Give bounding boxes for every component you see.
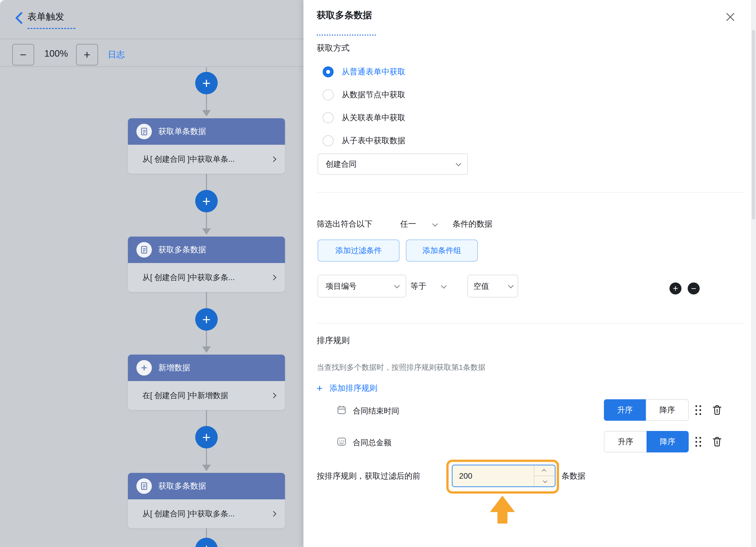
stepper-down-button[interactable] [534, 476, 555, 486]
chevron-right-icon [271, 156, 277, 162]
flow-node-insert-data[interactable]: 新增数据 在[ 创建合同 ]中新增数据 [128, 355, 285, 410]
radio-option-normal-form[interactable]: 从普通表单中获取 [323, 66, 405, 78]
node-config-text: 从[ 创建合同 ]中获取单条... [142, 154, 235, 164]
document-icon [136, 124, 152, 139]
radio-label: 从普通表单中获取 [342, 66, 405, 77]
stepper-up-button[interactable] [534, 465, 555, 476]
flow-connector [206, 292, 207, 308]
drag-handle-icon[interactable] [695, 437, 701, 446]
sort-direction-toggle: 升序 降序 [604, 431, 689, 452]
document-icon [136, 242, 152, 257]
filter-sentence-prefix: 筛选出符合以下 [317, 218, 373, 229]
flow-canvas: 表单触发 − 100% + 日志 + 获取单条数据 从[ 创建合同 ]中获取单条… [0, 0, 303, 547]
flow-title-underline [27, 28, 75, 29]
document-icon [136, 478, 152, 494]
limit-input[interactable] [453, 465, 534, 486]
filter-match-mode-select[interactable]: 任一 [400, 218, 416, 229]
plus-icon: + [317, 383, 322, 393]
add-node-button[interactable]: + [195, 72, 218, 94]
filter-sentence-suffix: 条件的数据 [453, 218, 492, 229]
add-node-button[interactable]: + [195, 190, 218, 212]
chevron-right-icon [271, 511, 277, 517]
svg-text:123: 123 [339, 440, 344, 443]
add-sort-rule-link[interactable]: + 添加排序规则 [317, 383, 377, 394]
node-config-text: 从[ 创建合同 ]中获取多条... [142, 272, 235, 283]
close-button[interactable] [724, 10, 737, 23]
flow-connector [206, 212, 207, 228]
limit-sentence-prefix: 按排序规则，获取过滤后的前 [317, 471, 420, 482]
add-node-button[interactable]: + [195, 538, 218, 547]
delete-sort-rule-button[interactable] [711, 404, 723, 416]
node-header: 获取单条数据 [128, 118, 285, 145]
sort-field-label: 合同结束时间 [353, 406, 399, 416]
ascending-button[interactable]: 升序 [604, 431, 647, 452]
limit-sentence-suffix: 条数据 [562, 471, 585, 482]
section-divider [317, 192, 744, 193]
drawer-title: 获取多条数据 [317, 9, 372, 21]
node-title: 获取多条数据 [158, 481, 206, 492]
plus-icon [136, 360, 152, 376]
node-config-row[interactable]: 在[ 创建合同 ]中新增数据 [128, 381, 285, 410]
node-title: 新增数据 [158, 362, 190, 373]
node-header: 获取多条数据 [128, 473, 285, 499]
back-button[interactable] [14, 11, 24, 25]
sort-field-label: 合同总金额 [353, 438, 391, 448]
flow-connector [206, 174, 207, 190]
radio-option-subtable[interactable]: 从子表中获取数据 [323, 135, 405, 147]
add-condition-group-button[interactable]: 添加条件组 [406, 239, 478, 261]
zoom-level: 100% [40, 48, 72, 59]
add-node-button[interactable]: + [195, 426, 218, 448]
node-config-text: 从[ 创建合同 ]中获取多条... [142, 509, 235, 519]
node-header: 新增数据 [128, 355, 285, 381]
radio-label: 从数据节点中获取 [342, 89, 405, 100]
filter-operator-select[interactable]: 等于 [410, 281, 426, 292]
zoom-out-button[interactable]: − [12, 44, 34, 65]
chevron-down-icon [456, 160, 462, 166]
node-title: 获取多条数据 [158, 244, 206, 255]
close-icon [724, 10, 737, 23]
radio-option-linked-form[interactable]: 从关联表单中获取 [323, 112, 405, 124]
zoom-in-button[interactable]: + [76, 44, 98, 65]
node-header: 获取多条数据 [128, 236, 285, 263]
filter-value-select[interactable]: 空值 [468, 275, 518, 298]
node-title: 获取单条数据 [158, 126, 206, 137]
add-node-button[interactable]: + [195, 308, 218, 331]
descending-button[interactable]: 降序 [647, 431, 689, 452]
radio-icon [323, 135, 334, 146]
radio-option-data-node[interactable]: 从数据节点中获取 [323, 89, 405, 101]
flow-node-get-single[interactable]: 获取单条数据 从[ 创建合同 ]中获取单条... [128, 118, 285, 174]
flow-title: 表单触发 [27, 10, 64, 23]
chevron-down-icon[interactable] [432, 221, 438, 227]
chevron-right-icon [271, 393, 277, 399]
flow-connector [206, 67, 207, 72]
drag-handle-icon[interactable] [695, 405, 701, 415]
annotation-arrow-icon [490, 496, 515, 512]
form-select[interactable]: 创建合同 [318, 153, 468, 175]
scrollbar-thumb[interactable] [752, 30, 755, 219]
radio-icon [323, 66, 334, 77]
number-field-icon: 123 [336, 436, 347, 447]
flow-arrowhead [202, 110, 211, 116]
log-link[interactable]: 日志 [108, 49, 125, 60]
config-drawer: 获取多条数据 获取方式 从普通表单中获取 从数据节点中获取 从关联表单中获取 从… [303, 0, 756, 547]
limit-stepper [452, 465, 556, 487]
ascending-button[interactable]: 升序 [604, 399, 646, 421]
delete-sort-rule-button[interactable] [711, 436, 723, 447]
remove-condition-icon[interactable]: − [688, 283, 700, 295]
fetch-method-heading: 获取方式 [317, 42, 350, 54]
scrollbar-track [751, 0, 756, 547]
add-condition-icon[interactable]: + [669, 283, 681, 295]
flow-node-get-multi-1[interactable]: 获取多条数据 从[ 创建合同 ]中获取多条... [128, 236, 285, 292]
node-config-row[interactable]: 从[ 创建合同 ]中获取单条... [128, 145, 285, 174]
stepper-controls [534, 465, 555, 486]
descending-button[interactable]: 降序 [646, 399, 689, 421]
node-config-row[interactable]: 从[ 创建合同 ]中获取多条... [128, 499, 285, 528]
flow-node-get-multi-2[interactable]: 获取多条数据 从[ 创建合同 ]中获取多条... [128, 473, 285, 528]
flow-connector [206, 94, 207, 110]
chevron-down-icon[interactable] [441, 283, 447, 289]
node-config-row[interactable]: 从[ 创建合同 ]中获取多条... [128, 263, 285, 292]
flow-connector [206, 528, 207, 538]
add-filter-condition-button[interactable]: 添加过滤条件 [318, 239, 399, 261]
filter-field-select[interactable]: 项目编号 [318, 275, 406, 298]
radio-label: 从子表中获取数据 [342, 135, 405, 146]
